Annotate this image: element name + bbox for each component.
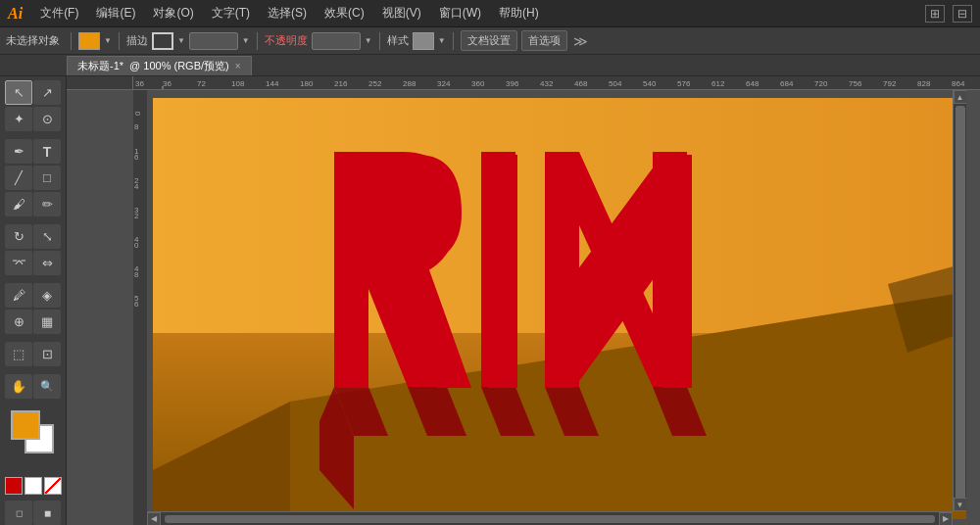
mini-none-swatch[interactable] <box>44 477 62 495</box>
scroll-up-arrow[interactable]: ▲ <box>954 90 967 104</box>
extra-menu-icon[interactable]: ≫ <box>573 33 588 49</box>
zoom-tool[interactable]: 🔍 <box>33 374 61 399</box>
menu-window[interactable]: 窗口(W) <box>431 3 489 24</box>
paint-brush-tool[interactable]: 🖌 <box>5 192 32 216</box>
svg-text:288: 288 <box>403 79 416 88</box>
fill-dropdown-arrow[interactable]: ▼ <box>104 36 112 45</box>
svg-text:32: 32 <box>134 206 139 220</box>
artwork-canvas[interactable] <box>153 98 966 519</box>
menu-help[interactable]: 帮助(H) <box>491 3 547 24</box>
symbol-sprayer-tool[interactable]: ⊕ <box>5 310 32 334</box>
svg-text:792: 792 <box>883 79 897 88</box>
menu-type[interactable]: 文字(T) <box>204 3 258 24</box>
bottom-scrollbar[interactable]: ◀ ▶ <box>147 511 953 525</box>
title-bar: Ai 文件(F) 编辑(E) 对象(O) 文字(T) 选择(S) 效果(C) 视… <box>0 0 980 27</box>
tool-row-hand: ✋ 🔍 <box>5 374 61 399</box>
ai-logo: Ai <box>8 5 23 23</box>
canvas-viewport: 0 8 16 24 32 40 48 56 <box>133 90 966 525</box>
scroll-right-arrow[interactable]: ▶ <box>939 512 953 526</box>
outline-view-btn[interactable]: ◼ <box>33 501 61 525</box>
scale-tool[interactable]: ⤡ <box>33 224 61 249</box>
svg-text:8: 8 <box>134 122 139 131</box>
graph-tool[interactable]: ▦ <box>33 310 61 334</box>
tool-row-view: ◻ ◼ <box>5 501 61 525</box>
opacity-arrow[interactable]: ▼ <box>365 36 372 45</box>
slice-tool[interactable]: ⊡ <box>33 342 61 366</box>
tools-panel: ↖ ↗ ✦ ⊙ ✒ T ╱ □ 🖌 ✏ ↻ ⤡ ⌤ ⇔ 🖉 <box>0 76 67 525</box>
magic-wand-tool[interactable]: ✦ <box>5 107 32 131</box>
tool-row-wand: ✦ ⊙ <box>5 107 61 131</box>
menu-view[interactable]: 视图(V) <box>374 3 429 24</box>
blend-tool[interactable]: ◈ <box>33 283 61 308</box>
scroll-left-arrow[interactable]: ◀ <box>147 512 161 526</box>
color-tools <box>5 410 62 495</box>
right-scrollbar[interactable]: ▲ ▼ <box>953 90 966 511</box>
artboard-tool[interactable]: ⬚ <box>5 342 32 366</box>
v-scroll-track[interactable] <box>956 106 965 509</box>
svg-text:48: 48 <box>134 264 139 279</box>
stroke-dropdown-arrow[interactable]: ▼ <box>177 36 185 45</box>
svg-text:108: 108 <box>231 79 245 88</box>
svg-text:56: 56 <box>134 294 139 309</box>
artwork-svg <box>153 98 966 519</box>
foreground-color-swatch[interactable] <box>11 410 40 440</box>
menu-bar: 文件(F) 编辑(E) 对象(O) 文字(T) 选择(S) 效果(C) 视图(V… <box>32 3 547 24</box>
svg-text:324: 324 <box>437 79 451 88</box>
tab-info: @ 100% (RGB/预览) <box>129 59 229 73</box>
menu-effect[interactable]: 效果(C) <box>317 3 372 24</box>
eyedropper-tool[interactable]: 🖉 <box>5 283 32 308</box>
svg-text:864: 864 <box>952 79 965 88</box>
style-preview[interactable] <box>413 32 434 50</box>
tool-row-symbol: ⊕ ▦ <box>5 310 61 334</box>
tool-row-selection: ↖ ↗ <box>5 80 61 105</box>
menu-edit[interactable]: 编辑(E) <box>88 3 143 24</box>
opacity-label: 不透明度 <box>265 33 308 48</box>
svg-text:612: 612 <box>711 79 725 88</box>
rotate-tool[interactable]: ↻ <box>5 224 32 249</box>
menu-object[interactable]: 对象(O) <box>145 3 201 24</box>
hand-tool[interactable]: ✋ <box>5 374 32 399</box>
menu-select[interactable]: 选择(S) <box>260 3 315 24</box>
direct-selection-tool[interactable]: ↗ <box>33 80 61 105</box>
svg-text:180: 180 <box>300 79 314 88</box>
tool-row-pen: ✒ T <box>5 139 61 164</box>
normal-view-btn[interactable]: ◻ <box>5 501 32 525</box>
stroke-width-input[interactable] <box>189 32 238 50</box>
document-tab[interactable]: 未标题-1* @ 100% (RGB/预览) × <box>67 56 252 75</box>
svg-text:576: 576 <box>677 79 691 88</box>
warp-tool[interactable]: ⌤ <box>5 251 32 275</box>
ruler-row: 36 36 72 108 144 180 216 252 288 324 360… <box>67 76 980 90</box>
tab-close-button[interactable]: × <box>235 61 241 72</box>
mini-white-swatch[interactable] <box>24 477 42 495</box>
pencil-tool[interactable]: ✏ <box>33 192 61 216</box>
style-arrow[interactable]: ▼ <box>438 36 446 45</box>
h-scroll-track[interactable] <box>165 515 935 523</box>
svg-text:16: 16 <box>134 147 139 162</box>
window-mode-icon[interactable]: ⊞ <box>925 5 945 23</box>
stroke-preview[interactable] <box>152 32 173 50</box>
stroke-width-arrow[interactable]: ▼ <box>242 36 250 45</box>
toolbar-divider-4 <box>379 32 380 50</box>
v-ruler-svg: 0 8 16 24 32 40 48 56 <box>133 90 147 525</box>
main-area: ↖ ↗ ✦ ⊙ ✒ T ╱ □ 🖌 ✏ ↻ ⤡ ⌤ ⇔ 🖉 <box>0 76 980 525</box>
scroll-down-arrow[interactable]: ▼ <box>954 498 967 511</box>
line-tool[interactable]: ╱ <box>5 166 32 190</box>
width-tool[interactable]: ⇔ <box>33 251 61 275</box>
no-selection-label: 未选择对象 <box>6 33 60 48</box>
panel-toggle-icon[interactable]: ⊟ <box>953 5 972 23</box>
lasso-tool[interactable]: ⊙ <box>33 107 61 131</box>
svg-text:216: 216 <box>334 79 348 88</box>
preferences-button[interactable]: 首选项 <box>521 30 567 51</box>
doc-settings-button[interactable]: 文档设置 <box>461 30 517 51</box>
selection-tool[interactable]: ↖ <box>5 80 32 105</box>
fill-color-swatch[interactable] <box>78 32 100 50</box>
type-tool[interactable]: T <box>33 139 61 164</box>
style-label: 样式 <box>387 33 409 48</box>
mini-black-swatch[interactable] <box>5 477 23 495</box>
pen-tool[interactable]: ✒ <box>5 139 32 164</box>
toolbar-divider-1 <box>71 32 72 50</box>
rect-tool[interactable]: □ <box>33 166 61 190</box>
menu-file[interactable]: 文件(F) <box>32 3 86 24</box>
svg-text:828: 828 <box>917 79 931 88</box>
opacity-input[interactable]: 100% <box>312 32 361 50</box>
